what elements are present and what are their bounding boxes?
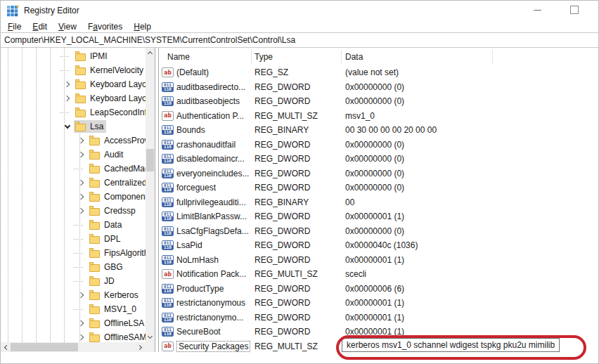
horizontal-scrollbar-thumb[interactable]	[11, 343, 78, 351]
tree-item-body: Audit	[88, 148, 126, 161]
value-name-cell: abSecurity Packages	[159, 341, 252, 352]
chevron-right-icon[interactable]	[75, 181, 88, 185]
string-value-icon: ab	[162, 111, 174, 121]
binary-value-icon: 011110	[162, 298, 174, 308]
registry-value-row-nolmhash[interactable]: 011110NoLmHashREG_DWORD0x00000001 (1)	[159, 253, 599, 268]
tree-item-ipmi[interactable]: IPMI	[1, 49, 146, 63]
tree-item-fipsalgorith[interactable]: FipsAlgorith	[1, 246, 146, 260]
chevron-right-icon[interactable]	[75, 209, 88, 213]
registry-value-row-auditbaseobjects[interactable]: 011110auditbaseobjectsREG_DWORD0x0000000…	[159, 94, 599, 109]
tree-item-body: IPMI	[74, 50, 110, 63]
tree-item-label: Component	[104, 192, 146, 202]
tree-horizontal-scrollbar[interactable]	[1, 342, 145, 352]
value-edit-box[interactable]: kerberos msv1_0 schannel wdigest tspkg p…	[342, 338, 560, 352]
registry-value-row-everyoneincludes-[interactable]: 011110everyoneincludes...REG_DWORD0x0000…	[159, 167, 599, 181]
tree-item-jd[interactable]: JD	[1, 274, 146, 288]
value-name-cell: 011110restrictanonymous	[159, 298, 252, 308]
menu-edit[interactable]: Edit	[27, 22, 53, 32]
chevron-right-icon[interactable]	[75, 293, 88, 297]
menu-help[interactable]: Help	[128, 22, 157, 32]
tree-item-keyboard-layo[interactable]: Keyboard Layo	[1, 91, 146, 105]
column-header-data[interactable]: Data	[342, 50, 493, 63]
tree-item-keyboard-layo[interactable]: Keyboard Layo	[1, 77, 146, 91]
registry-value-row-fullprivilegeauditi-[interactable]: 011110fullprivilegeauditi...REG_BINARY00	[159, 195, 599, 210]
tree-item-label: OfflineSAM	[104, 332, 146, 342]
registry-value-row-limitblankpassw-[interactable]: 011110LimitBlankPassw...REG_DWORD0x00000…	[159, 209, 599, 224]
column-header-type[interactable]: Type	[252, 50, 342, 63]
registry-value-row-restrictanonymous[interactable]: 011110restrictanonymousREG_DWORD0x000000…	[159, 296, 599, 311]
binary-value-icon: 011110	[162, 96, 174, 106]
scroll-up-arrow[interactable]	[146, 48, 155, 58]
chevron-right-icon[interactable]	[75, 335, 88, 339]
value-name-cell: 011110forceguest	[159, 183, 252, 193]
scroll-right-arrow[interactable]	[136, 342, 145, 352]
binary-value-icon: 011110	[162, 125, 174, 135]
registry-value-row-forceguest[interactable]: 011110forceguestREG_DWORD0x00000000 (0)	[159, 181, 599, 195]
chevron-right-icon[interactable]	[75, 195, 88, 199]
value-name: crashonauditfail	[176, 140, 236, 150]
registry-value-row-disabledomaincr-[interactable]: 011110disabledomaincr...REG_DWORD0x00000…	[159, 152, 599, 167]
address-bar[interactable]: Computer\HKEY_LOCAL_MACHINE\SYSTEM\Curre…	[1, 33, 598, 48]
value-type: REG_BINARY	[252, 197, 342, 207]
tree-item-kernelvelocity[interactable]: KernelVelocity	[1, 63, 146, 77]
registry-value-row--default-[interactable]: ab(Default)REG_SZ(value not set)	[159, 65, 599, 80]
tree-item-leapsecondinf[interactable]: LeapSecondInf	[1, 105, 146, 119]
minimize-button[interactable]	[526, 1, 548, 19]
registry-value-row-lsapid[interactable]: 011110LsaPidREG_DWORD0x0000040c (1036)	[159, 238, 599, 253]
maximize-icon	[570, 6, 579, 14]
folder-icon	[89, 250, 100, 258]
tree-item-cachedmach[interactable]: CachedMach	[1, 162, 146, 176]
registry-value-row-crashonauditfail[interactable]: 011110crashonauditfailREG_DWORD0x0000000…	[159, 138, 599, 152]
tree-vertical-scrollbar[interactable]	[146, 48, 155, 342]
value-name-cell: 011110LsaCfgFlagsDefa...	[159, 226, 252, 236]
tree-item-msv1-0[interactable]: MSV1_0	[1, 302, 146, 316]
tree-item-gbg[interactable]: GBG	[1, 260, 146, 274]
tree-item-audit[interactable]: Audit	[1, 148, 146, 162]
scroll-left-arrow[interactable]	[1, 342, 10, 352]
registry-value-row-notification-pack-[interactable]: abNotification Pack...REG_MULTI_SZscecli	[159, 267, 599, 282]
value-name-cell: 011110disabledomaincr...	[159, 154, 252, 164]
tree-item-body: MSV1_0	[88, 303, 139, 316]
tree-connector	[75, 169, 88, 169]
chevron-right-icon[interactable]	[61, 96, 74, 100]
column-header-name[interactable]: Name	[159, 50, 252, 63]
tree-item-credssp[interactable]: Credssp	[1, 204, 146, 218]
scroll-down-arrow[interactable]	[146, 332, 155, 342]
value-name: NoLmHash	[176, 255, 219, 265]
chevron-right-icon[interactable]	[75, 152, 88, 157]
tree-item-kerberos[interactable]: Kerberos	[1, 288, 146, 302]
tree-item-body: Data	[88, 219, 124, 231]
chevron-right-icon[interactable]	[75, 138, 88, 143]
tree-item-lsa[interactable]: Lsa	[1, 119, 146, 134]
registry-value-row-restrictanonymo-[interactable]: 011110restrictanonymo...REG_DWORD0x00000…	[159, 311, 599, 325]
chevron-right-icon[interactable]	[61, 82, 74, 86]
value-data: 0x00000006 (6)	[342, 284, 599, 294]
menu-view[interactable]: View	[53, 22, 82, 32]
registry-value-row-auditbasedirecto-[interactable]: 011110auditbasedirecto...REG_DWORD0x0000…	[159, 80, 599, 95]
tree-item-offlinelsa[interactable]: OfflineLSA	[1, 316, 146, 330]
tree-item-accessprovi[interactable]: AccessProvi	[1, 134, 146, 148]
registry-value-row-bounds[interactable]: 011110BoundsREG_BINARY00 30 00 00 00 20 …	[159, 123, 599, 138]
registry-value-row-producttype[interactable]: 011110ProductTypeREG_DWORD0x00000006 (6)	[159, 282, 599, 297]
tree-item-offlinesam[interactable]: OfflineSAM	[1, 330, 146, 342]
folder-icon	[89, 138, 100, 145]
registry-value-row-authentication-p-[interactable]: abAuthentication P...REG_MULTI_SZmsv1_0	[159, 109, 599, 124]
tree-item-component[interactable]: Component	[1, 190, 146, 204]
vertical-scrollbar-thumb[interactable]	[146, 149, 154, 171]
tree-item-label: Audit	[104, 150, 123, 160]
chevron-right-icon[interactable]	[75, 321, 88, 325]
tree-viewport[interactable]: IPMIKernelVelocityKeyboard LayoKeyboard …	[1, 48, 146, 342]
chevron-down-icon[interactable]	[61, 126, 74, 128]
registry-value-row-security-packages[interactable]: abSecurity PackagesREG_MULTI_SZkerberos …	[159, 339, 599, 354]
tree-item-centralizeda[interactable]: CentralizedA	[1, 176, 146, 190]
binary-value-icon: 011110	[162, 240, 174, 250]
registry-value-row-lsacfgflagsdefa-[interactable]: 011110LsaCfgFlagsDefa...REG_DWORD0x00000…	[159, 224, 599, 239]
value-name-cell: 011110ProductType	[159, 284, 252, 294]
menu-favorites[interactable]: Favorites	[82, 22, 128, 32]
tree-item-dpl[interactable]: DPL	[1, 232, 146, 246]
tree-item-data[interactable]: Data	[1, 218, 146, 232]
menu-file[interactable]: File	[2, 22, 27, 32]
registry-value-row-secureboot[interactable]: 011110SecureBootREG_DWORD0x00000001 (1)	[159, 325, 599, 339]
value-name-cell: 011110auditbasedirecto...	[159, 82, 252, 92]
maximize-button[interactable]	[563, 1, 586, 19]
